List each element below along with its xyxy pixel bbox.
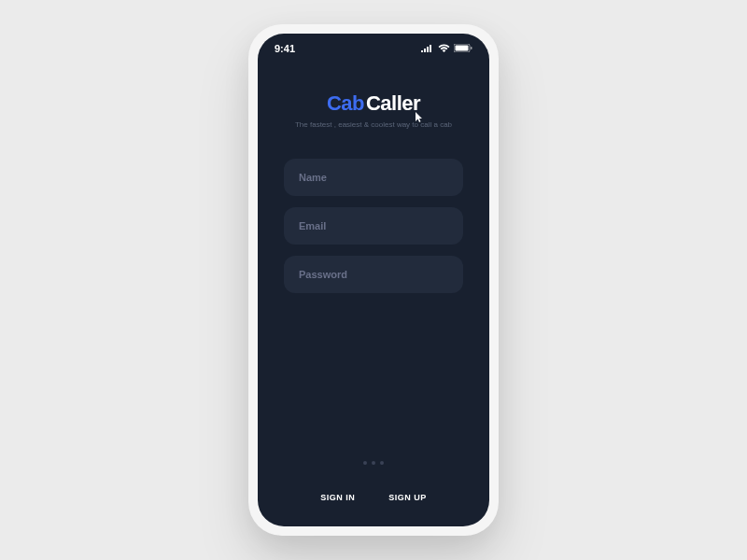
status-bar: 9:41: [258, 34, 489, 58]
content-area: CabCaller The fastest , easiest & cooles…: [258, 58, 489, 493]
dot-1: [363, 461, 367, 465]
dot-3: [380, 461, 384, 465]
phone-screen: 9:41 CabCaller The fastest , easiest & c…: [258, 34, 489, 526]
signup-link[interactable]: SIGN UP: [388, 493, 427, 502]
status-icons: [421, 43, 472, 54]
svg-rect-2: [471, 47, 472, 49]
svg-rect-1: [456, 46, 469, 51]
password-field[interactable]: [284, 256, 463, 293]
signin-link[interactable]: SIGN IN: [320, 493, 355, 502]
dot-2: [372, 461, 375, 465]
wifi-icon: [438, 43, 450, 54]
logo-part-cab: Cab: [327, 91, 364, 115]
phone-frame: 9:41 CabCaller The fastest , easiest & c…: [248, 24, 499, 536]
app-header: CabCaller The fastest , easiest & cooles…: [284, 91, 463, 129]
footer-nav: SIGN IN SIGN UP: [258, 493, 489, 526]
name-field[interactable]: [284, 159, 463, 196]
page-indicator: [284, 461, 463, 465]
cursor-icon: [416, 112, 424, 125]
signal-icon: [421, 43, 434, 54]
signup-form: [284, 159, 463, 293]
battery-icon: [454, 43, 472, 54]
app-logo: CabCaller: [284, 91, 463, 116]
logo-part-caller: Caller: [366, 91, 420, 115]
status-time: 9:41: [275, 43, 295, 54]
tagline: The fastest , easiest & coolest way to c…: [284, 120, 463, 129]
email-field[interactable]: [284, 207, 463, 245]
